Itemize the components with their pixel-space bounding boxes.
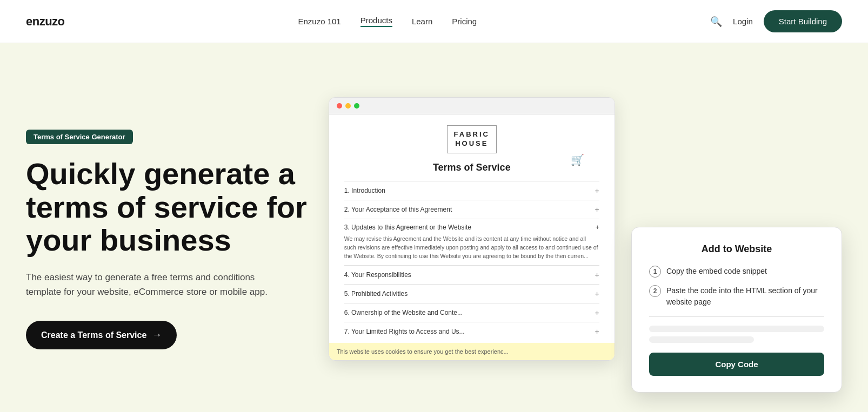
cookie-bar: This website uses cookies to ensure you … [329,343,615,360]
nav-item-enzuzo101[interactable]: Enzuzo 101 [298,17,340,26]
login-button[interactable]: Login [733,17,753,26]
step-2-label: Paste the code into the HTML section of … [666,285,824,308]
nav-right: 🔍 Login Start Building [710,10,842,32]
tos-row-2: 2. Your Acceptance of this Agreement + [344,200,599,219]
dot-yellow [345,103,351,109]
browser-bar [329,98,615,114]
hero-cta-label: Create a Terms of Service [41,330,146,340]
dot-red [337,103,342,109]
hero-left: Terms of Service Generator Quickly gener… [26,76,307,349]
tos-row-6: 6. Ownership of the Website and Conte...… [344,303,599,322]
hero-section: Terms of Service Generator Quickly gener… [0,43,868,412]
hero-subtext: The easiest way to generate a free terms… [26,270,275,299]
tos-row-3-expanded: 3. Updates to this Agreement or the Webs… [344,219,599,265]
card-step-1: 1 Copy the embed code snippet [649,266,824,278]
nav-links: Enzuzo 101 Products Learn Pricing [298,16,477,27]
expand-icon-3: + [596,224,599,231]
tos-row-4: 4. Your Responsibilities + [344,265,599,284]
browser-content: FABRIC HOUSE 🛒 Terms of Service 1. Intro… [329,114,615,341]
card-title: Add to Website [649,244,824,255]
tos-row-5: 5. Prohibited Activities + [344,284,599,303]
tos-row-1: 1. Introduction + [344,181,599,200]
expand-icon-5: + [595,289,599,298]
tos-title: Terms of Service [344,162,599,173]
code-snippet-line-2 [649,336,754,343]
expand-icon-7: + [595,327,599,336]
step-number-2: 2 [649,285,661,297]
tos-row-7: 7. Your Limited Rights to Access and Us.… [344,322,599,341]
code-snippet-line-1 [649,326,824,332]
expand-icon-2: + [595,205,599,214]
tos-expanded-text: We may revise this Agreement and the Web… [344,234,599,261]
brand-logo-area: FABRIC HOUSE [344,125,599,153]
step-1-label: Copy the embed code snippet [666,266,767,277]
hero-right: FABRIC HOUSE 🛒 Terms of Service 1. Intro… [307,76,842,389]
copy-code-button[interactable]: Copy Code [649,353,824,376]
cart-icon: 🛒 [571,153,584,166]
start-building-button[interactable]: Start Building [764,10,842,32]
expand-icon-6: + [595,308,599,317]
nav-item-learn[interactable]: Learn [412,17,432,26]
expand-icon-1: + [595,186,599,195]
step-number-1: 1 [649,266,661,278]
nav-item-pricing[interactable]: Pricing [452,17,477,26]
hero-headline: Quickly generate a terms of service for … [26,157,307,257]
card-divider [649,316,824,317]
create-tos-button[interactable]: Create a Terms of Service → [26,321,177,349]
card-step-2: 2 Paste the code into the HTML section o… [649,285,824,308]
nav-item-products[interactable]: Products [360,16,392,27]
arrow-icon: → [152,329,162,341]
fabric-house-logo: FABRIC HOUSE [447,125,497,153]
search-button[interactable]: 🔍 [710,16,722,28]
dot-green [354,103,359,109]
add-to-website-card: Add to Website 1 Copy the embed code sni… [631,227,842,393]
browser-mockup: FABRIC HOUSE 🛒 Terms of Service 1. Intro… [329,97,615,361]
navbar: enzuzo Enzuzo 101 Products Learn Pricing… [0,0,868,43]
hero-badge: Terms of Service Generator [26,130,133,144]
logo[interactable]: enzuzo [26,15,65,29]
expand-icon-4: + [595,271,599,279]
